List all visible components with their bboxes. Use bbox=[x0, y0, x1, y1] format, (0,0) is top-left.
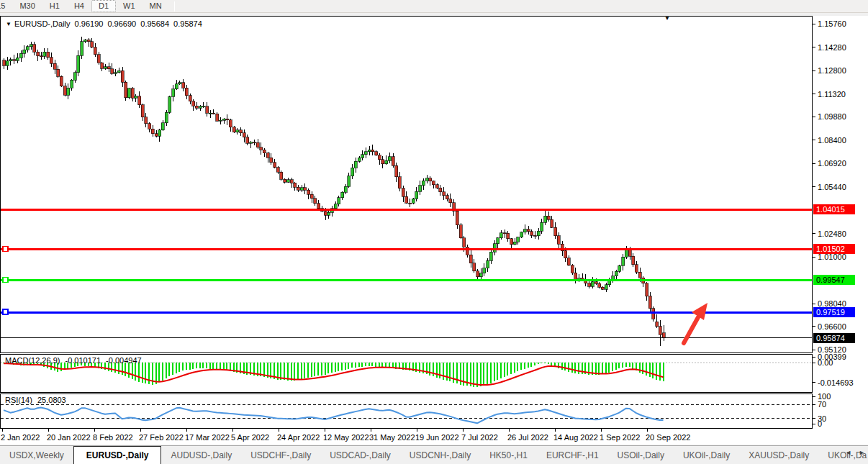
date-tick bbox=[186, 429, 187, 432]
price-axis-label: 1.11320 bbox=[818, 90, 846, 99]
timeframe-button-d1[interactable]: D1 bbox=[91, 0, 116, 12]
timeframe-button-h4[interactable]: H4 bbox=[67, 0, 91, 12]
candlestick-chart bbox=[1, 17, 812, 352]
ohlc-high: 0.96690 bbox=[107, 19, 136, 28]
date-tick bbox=[48, 429, 49, 432]
price-axis-label: 1.06920 bbox=[818, 159, 846, 168]
rsi-name: RSI(14) bbox=[5, 396, 32, 404]
tab-usdcad-daily[interactable]: USDCAD-,Daily bbox=[320, 446, 400, 464]
date-label: 31 May 2022 bbox=[369, 433, 415, 442]
timeframe-button-w1[interactable]: W1 bbox=[116, 0, 143, 12]
price-tick bbox=[813, 233, 815, 234]
rsi-chart bbox=[1, 394, 812, 428]
date-tick bbox=[325, 429, 325, 432]
chart-dropdown-icon[interactable]: ▼ bbox=[6, 21, 12, 27]
macd-signal-line bbox=[4, 363, 664, 385]
date-tick bbox=[140, 429, 141, 432]
price-axis-badge: 0.97519 bbox=[813, 307, 855, 317]
date-label: 2 Jan 2022 bbox=[1, 433, 40, 442]
date-label: 7 Jul 2022 bbox=[461, 433, 498, 442]
tab-usdchf-daily[interactable]: USDCHF-,Daily bbox=[241, 446, 320, 464]
tab-scroll-left-icon[interactable]: ◄ bbox=[845, 449, 851, 456]
date-label: 27 Feb 2022 bbox=[139, 433, 184, 442]
tab-usoil-daily[interactable]: USOil-,Daily bbox=[608, 446, 674, 464]
rsi-axis-tick bbox=[813, 418, 815, 419]
rsi-pane: RSI(14) 25.0803 bbox=[0, 394, 813, 429]
date-tick bbox=[2, 429, 3, 432]
tab-xauusd-daily[interactable]: XAUUSD-,Daily bbox=[739, 446, 818, 464]
tab-scroll-right-icon[interactable]: ► bbox=[859, 449, 865, 456]
tab-hk50-h1[interactable]: HK50-,H1 bbox=[480, 446, 537, 464]
tab-eurusd-daily[interactable]: EURUSD-,Daily bbox=[73, 446, 162, 464]
date-label: 8 Feb 2022 bbox=[93, 433, 133, 442]
date-label: 1 Sep 2022 bbox=[600, 433, 640, 442]
horizontal-line-objects bbox=[1, 209, 812, 338]
rsi-value: 25.0803 bbox=[37, 396, 66, 404]
date-label: 26 Jul 2022 bbox=[507, 433, 548, 442]
price-axis: 1.157601.142801.128001.113201.098801.084… bbox=[813, 16, 868, 429]
main-chart-pane[interactable]: ▼EURUSD-,Daily 0.96190 0.96690 0.95684 0… bbox=[0, 16, 813, 353]
price-axis-badge: 0.95874 bbox=[813, 333, 855, 343]
price-axis-label: 1.02480 bbox=[818, 229, 846, 238]
price-tick bbox=[813, 350, 815, 350]
price-tick bbox=[813, 94, 815, 94]
chart-symbol-label: EURUSD-,Daily bbox=[14, 19, 71, 28]
date-label: 5 Apr 2022 bbox=[231, 433, 269, 442]
date-tick bbox=[555, 429, 556, 432]
rsi-label: RSI(14) 25.0803 bbox=[5, 396, 69, 404]
price-tick bbox=[813, 24, 815, 24]
price-tick bbox=[813, 257, 815, 258]
date-label: 20 Sep 2022 bbox=[646, 433, 690, 442]
date-tick bbox=[509, 429, 510, 432]
chart-title: ▼EURUSD-,Daily 0.96190 0.96690 0.95684 0… bbox=[6, 19, 204, 28]
price-axis-badge: 1.04015 bbox=[813, 204, 855, 214]
date-label: 24 Apr 2022 bbox=[277, 433, 320, 442]
date-label: 12 May 2022 bbox=[323, 433, 369, 442]
chart-window: ▼EURUSD-,Daily 0.96190 0.96690 0.95684 0… bbox=[0, 16, 868, 445]
date-tick bbox=[601, 429, 602, 432]
timeframe-button-mn[interactable]: MN bbox=[143, 0, 169, 12]
price-axis-label: 1.09880 bbox=[818, 112, 846, 121]
price-axis-label: 1.08400 bbox=[818, 136, 846, 145]
date-tick bbox=[232, 429, 233, 432]
price-axis-label: 1.15760 bbox=[818, 19, 846, 28]
macd-label: MACD(12,26,9) -0.010171 -0.004947 bbox=[5, 356, 145, 365]
price-tick bbox=[813, 140, 815, 140]
price-axis-label: 1.14280 bbox=[818, 43, 846, 52]
macd-main-value: -0.010171 bbox=[65, 356, 101, 365]
rsi-axis-tick bbox=[813, 396, 815, 397]
chart-tabbar: USDX,WeeklyEURUSD-,DailyAUDUSD-,DailyUSD… bbox=[0, 445, 868, 464]
price-axis-label: 1.05440 bbox=[818, 183, 846, 191]
timeframe-button-m30[interactable]: M30 bbox=[12, 0, 42, 12]
tab-usdx-weekly[interactable]: USDX,Weekly bbox=[0, 446, 73, 464]
price-tick bbox=[813, 326, 815, 327]
price-axis-label: 0.96600 bbox=[818, 322, 846, 331]
price-axis-badge: 1.01502 bbox=[813, 244, 855, 254]
price-axis-label: 1.12800 bbox=[818, 66, 846, 75]
macd-pane: MACD(12,26,9) -0.010171 -0.004947 bbox=[0, 354, 813, 393]
ohlc-low: 0.95684 bbox=[140, 19, 169, 28]
price-axis-badge: 0.99547 bbox=[813, 275, 855, 285]
tab-audusd-daily[interactable]: AUDUSD-,Daily bbox=[161, 446, 241, 464]
date-label: 14 Aug 2022 bbox=[553, 433, 598, 442]
timeframe-button-h1[interactable]: H1 bbox=[42, 0, 67, 12]
timeframe-button-m15[interactable]: M15 bbox=[0, 0, 12, 12]
price-tick bbox=[813, 186, 815, 187]
chart-shift-icon[interactable]: ▼ bbox=[664, 16, 670, 22]
date-label: 19 Jun 2022 bbox=[415, 433, 459, 442]
macd-axis-tick bbox=[813, 357, 815, 358]
macd-axis-label: -0.014693 bbox=[818, 378, 854, 387]
date-axis: 2 Jan 202220 Jan 20228 Feb 202227 Feb 20… bbox=[0, 429, 868, 445]
macd-axis-tick bbox=[813, 382, 815, 383]
ohlc-close: 0.95874 bbox=[173, 19, 202, 28]
tab-ukoil-daily[interactable]: UKOil-,Daily bbox=[674, 446, 739, 464]
date-tick bbox=[417, 429, 417, 432]
candlestick-series bbox=[3, 37, 666, 346]
macd-axis-label: 0.00 bbox=[818, 358, 833, 367]
price-tick bbox=[813, 47, 815, 47]
tab-usdcnh-daily[interactable]: USDCNH-,Daily bbox=[400, 446, 480, 464]
price-tick bbox=[813, 304, 815, 304]
toolbar-separator bbox=[174, 1, 175, 12]
rsi-axis-label: 100 bbox=[818, 392, 831, 401]
tab-eurchf-h1[interactable]: EURCHF-,H1 bbox=[537, 446, 608, 464]
